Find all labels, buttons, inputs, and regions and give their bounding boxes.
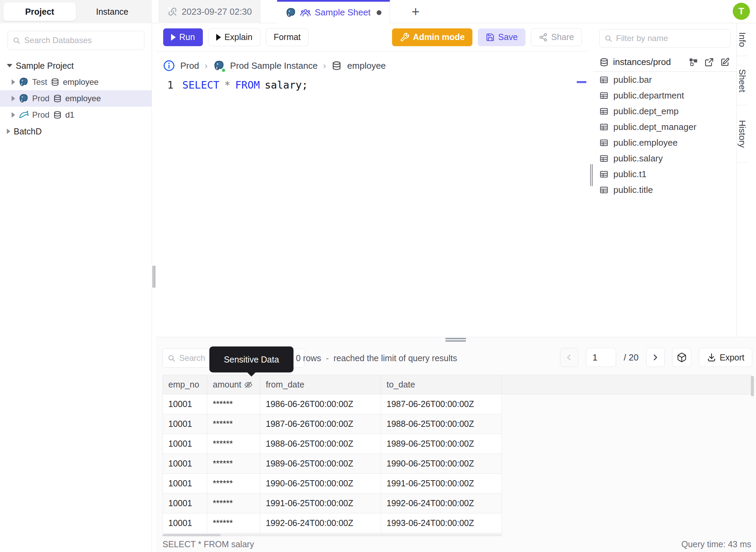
tab-instance[interactable]: Instance [76, 2, 148, 21]
tree-node-prod-employee[interactable]: Prod employee [0, 90, 152, 107]
tab-sheet[interactable]: Sheet [737, 56, 747, 105]
breadcrumb-environment[interactable]: Prod [180, 61, 199, 71]
tab-info[interactable]: Info [737, 23, 747, 56]
table-icon [599, 138, 609, 147]
open-external-button[interactable] [703, 56, 715, 68]
tree-node-sample-project[interactable]: Sample Project [0, 57, 152, 74]
table-list-item[interactable]: public.dept_manager [594, 119, 737, 135]
share-button[interactable]: Share [531, 28, 582, 46]
explain-label: Explain [224, 32, 252, 42]
schema-filter[interactable] [599, 29, 731, 48]
caret-right-icon[interactable] [12, 79, 15, 85]
sheet-tab-sample-sheet[interactable]: Sample Sheet [277, 0, 390, 23]
info-icon[interactable] [163, 60, 175, 71]
tree-node-prod-d1[interactable]: Prod d1 [0, 107, 152, 123]
visualize-button[interactable] [672, 348, 691, 367]
database-search[interactable] [8, 31, 144, 50]
run-label: Run [179, 32, 195, 42]
table-row[interactable]: 10001******1991-06-25T00:00:00Z1992-06-2… [162, 494, 751, 513]
table-list-item[interactable]: public.employee [594, 135, 737, 150]
new-tab-button[interactable]: + [407, 3, 424, 20]
breadcrumb-instance[interactable]: Prod Sample Instance [230, 61, 318, 71]
export-button[interactable]: Export [699, 348, 752, 367]
table-row[interactable]: 10001******1988-06-25T00:00:00Z1989-06-2… [162, 434, 751, 454]
table-list: public.bar public.department public.dept… [594, 72, 737, 198]
result-table: emp_no amount from_date to_date 10001***… [162, 375, 751, 533]
save-button[interactable]: Save [478, 28, 525, 46]
search-icon [13, 36, 20, 44]
prev-page-button[interactable] [560, 348, 578, 367]
table-row[interactable]: 10001******1986-06-26T00:00:00Z1987-06-2… [162, 394, 751, 414]
table-name: public.department [613, 90, 684, 101]
column-header[interactable]: from_date [260, 375, 381, 394]
edit-schema-button[interactable] [719, 56, 731, 68]
column-header[interactable]: emp_no [163, 375, 207, 394]
sheet-tab-label: Sample Sheet [315, 7, 370, 18]
results-resize-handle[interactable] [445, 338, 466, 339]
database-icon [331, 61, 342, 71]
schema-panel: instances/prod public.bar public.departm… [594, 23, 737, 337]
editor-area: Run Explain Format Admin mode Save Share… [156, 23, 589, 337]
search-icon [168, 354, 175, 362]
schema-panel-resize-handle[interactable] [590, 164, 591, 186]
schema-header-label: instances/prod [613, 57, 671, 67]
table-row[interactable]: 10001******1989-06-25T00:00:00Z1990-06-2… [162, 454, 751, 474]
sidebar-resize-handle[interactable] [153, 266, 154, 288]
vertical-scrollbar-thumb[interactable] [751, 376, 754, 396]
schema-header: instances/prod [594, 53, 737, 72]
wrench-icon [400, 32, 409, 42]
table-icon [599, 107, 609, 116]
run-button[interactable]: Run [163, 28, 203, 46]
tab-project[interactable]: Project [3, 2, 76, 21]
table-list-item[interactable]: public.title [594, 182, 737, 198]
sidebar-resize-handle[interactable] [154, 266, 155, 288]
status-dot [221, 68, 226, 73]
caret-right-icon[interactable] [7, 129, 10, 134]
column-header[interactable]: amount [207, 375, 260, 394]
eye-off-icon [244, 380, 253, 389]
table-icon [599, 91, 609, 100]
sheet-tab-history[interactable]: 2023-09-27 02:30 [159, 0, 260, 23]
query-time-text: Query time: 43 ms [681, 539, 751, 549]
sql-editor[interactable]: 1 SELECT * FROM salary; [156, 77, 589, 92]
explain-button[interactable]: Explain [208, 28, 260, 46]
table-row[interactable]: 10001******1992-06-24T00:00:00Z1993-06-2… [162, 513, 751, 533]
table-name: public.t1 [613, 169, 647, 180]
schema-diagram-icon [689, 57, 698, 67]
column-header-filler [502, 375, 751, 394]
table-list-item[interactable]: public.t1 [594, 166, 737, 182]
sql-keyword: FROM [235, 79, 260, 91]
caret-right-icon[interactable] [12, 96, 15, 101]
admin-mode-button[interactable]: Admin mode [392, 28, 472, 46]
caret-down-icon[interactable] [7, 64, 12, 67]
schema-panel-resize-handle[interactable] [592, 164, 593, 186]
next-page-button[interactable] [646, 348, 665, 367]
table-row[interactable]: 10001******1990-06-25T00:00:00Z1991-06-2… [162, 474, 751, 494]
tree-node-test-employee[interactable]: Test employee [0, 74, 152, 90]
environment-label: Prod [32, 94, 50, 103]
table-icon [599, 185, 609, 195]
breadcrumb-database[interactable]: employee [347, 61, 386, 71]
schema-diagram-button[interactable] [688, 56, 699, 68]
column-header[interactable]: to_date [381, 375, 502, 394]
tab-history[interactable]: History [737, 105, 747, 163]
database-icon [51, 78, 60, 87]
table-row[interactable]: 10001******1987-06-26T00:00:00Z1988-06-2… [162, 414, 751, 434]
sidebar-mode-switch: Project Instance [0, 0, 152, 23]
table-list-item[interactable]: public.dept_emp [594, 103, 737, 119]
page-input[interactable] [586, 348, 616, 367]
results-resize-handle[interactable] [445, 340, 466, 342]
table-list-item[interactable]: public.department [594, 88, 737, 103]
table-list-item[interactable]: public.salary [594, 150, 737, 166]
table-list-item[interactable]: public.bar [594, 72, 737, 88]
postgres-icon [213, 60, 225, 71]
tree-node-batchd[interactable]: BatchD [0, 123, 152, 140]
table-name: public.title [613, 185, 653, 195]
avatar[interactable]: T [733, 3, 750, 20]
sheet-tab-bar: 2023-09-27 02:30 Sample Sheet + T [152, 0, 756, 23]
admin-mode-label: Admin mode [413, 32, 465, 42]
caret-right-icon[interactable] [12, 112, 15, 118]
schema-filter-input[interactable] [616, 34, 726, 43]
database-search-input[interactable] [24, 36, 139, 45]
format-button[interactable]: Format [266, 28, 309, 46]
